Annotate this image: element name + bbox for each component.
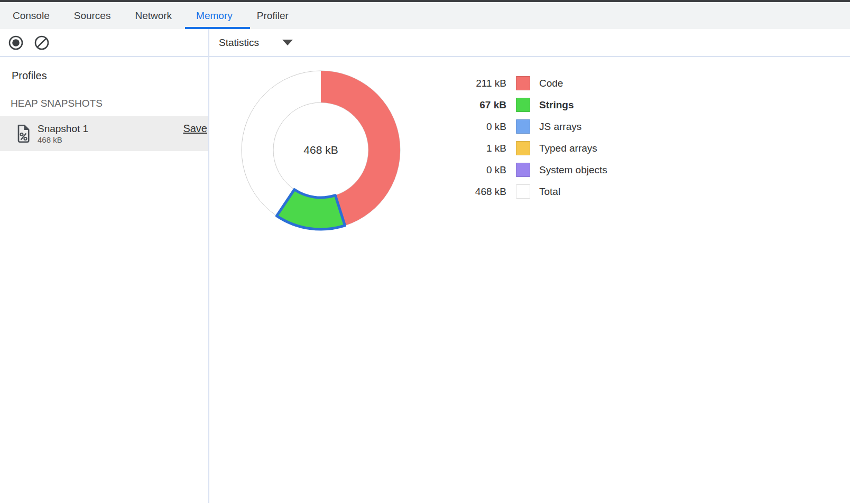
legend-swatch-total [516,184,530,199]
profiles-toolbar [0,29,209,56]
legend-row-total: 468 kBTotal [448,181,607,202]
legend-value-js-arrays: 0 kB [448,121,506,133]
tab-sources[interactable]: Sources [62,2,123,29]
legend-row-strings: 67 kBStrings [448,94,607,116]
devtools-tab-bar: ConsoleSourcesNetworkMemoryProfiler [0,2,850,29]
legend-label-typed-arrays: Typed arrays [539,143,597,154]
legend-value-total: 468 kB [448,186,506,198]
profiles-sidebar: Profiles HEAP SNAPSHOTS Snapshot 1 468 k… [0,57,209,503]
memory-panel-toolbar: Statistics [0,29,850,57]
legend-value-typed-arrays: 1 kB [448,143,506,154]
clear-icon [34,35,50,51]
save-snapshot-link[interactable]: Save [183,123,207,135]
legend-swatch-js-arrays [516,119,530,134]
legend-label-js-arrays: JS arrays [539,121,581,133]
heap-snapshot-file-icon [16,124,31,143]
legend-swatch-strings [516,98,530,112]
legend-row-typed-arrays: 1 kBTyped arrays [448,137,607,159]
chart-legend: 211 kBCode67 kBStrings0 kBJS arrays1 kBT… [448,72,607,202]
panel-tabs: ConsoleSourcesNetworkMemoryProfiler [1,2,301,29]
heap-snapshots-section-title: HEAP SNAPSHOTS [11,98,208,109]
legend-swatch-system-objects [516,163,530,177]
dropdown-arrow-icon [282,39,293,46]
tab-profiler[interactable]: Profiler [245,2,301,29]
snapshot-size: 468 kB [38,135,88,144]
legend-label-code: Code [539,78,563,89]
legend-label-strings: Strings [539,99,574,111]
heap-statistics-donut-chart: 468 kB [231,60,411,240]
legend-label-system-objects: System objects [539,164,607,176]
snapshot-list-item[interactable]: Snapshot 1 468 kB Save [0,116,208,151]
snapshot-title: Snapshot 1 [38,123,88,134]
legend-label-total: Total [539,186,560,198]
clear-profiles-button[interactable] [34,35,50,51]
legend-row-js-arrays: 0 kBJS arrays [448,116,607,137]
donut-total-label: 468 kB [303,144,338,156]
tab-console[interactable]: Console [1,2,62,29]
donut-slice-strings[interactable] [276,190,345,229]
chart-toolbar: Statistics [209,29,850,56]
record-icon [8,35,24,51]
record-heap-snapshot-button[interactable] [8,35,24,51]
statistics-chart-area: 468 kB 211 kBCode67 kBStrings0 kBJS arra… [209,57,850,503]
legend-swatch-code [516,76,530,90]
legend-value-strings: 67 kB [448,99,506,111]
profiles-heading: Profiles [12,70,208,82]
perspective-select[interactable]: Statistics [219,37,293,49]
tab-network[interactable]: Network [123,2,184,29]
perspective-select-value: Statistics [219,37,259,49]
legend-row-code: 211 kBCode [448,72,607,94]
legend-value-code: 211 kB [448,78,506,89]
snapshot-text: Snapshot 1 468 kB [38,123,88,144]
legend-swatch-typed-arrays [516,141,530,155]
panel-content: Profiles HEAP SNAPSHOTS Snapshot 1 468 k… [0,57,850,503]
legend-value-system-objects: 0 kB [448,164,506,176]
tab-memory[interactable]: Memory [184,2,245,29]
legend-row-system-objects: 0 kBSystem objects [448,159,607,181]
